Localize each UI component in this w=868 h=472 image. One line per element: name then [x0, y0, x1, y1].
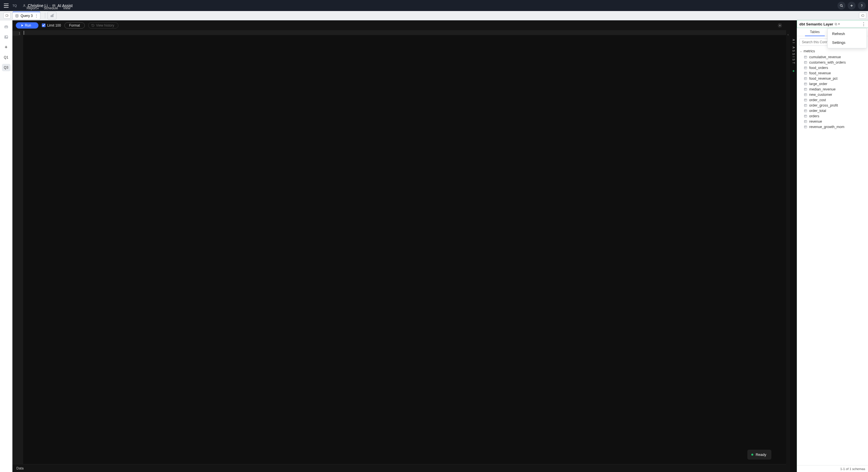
table-name: customers_with_orders [809, 60, 846, 64]
table-icon [804, 55, 807, 59]
menu-report[interactable]: Report▾ [27, 6, 39, 10]
app-header: TQ Christine Li › AI Assist Report▾ Sche… [0, 0, 868, 11]
svg-rect-25 [804, 78, 807, 80]
connection-kebab-icon[interactable]: ⋮ [862, 22, 866, 27]
rail-add-button[interactable]: + [2, 43, 10, 51]
svg-rect-12 [4, 26, 8, 28]
table-item[interactable]: order_cost [798, 97, 867, 102]
rail-image-icon[interactable] [2, 33, 10, 41]
table-name: orders [809, 114, 819, 118]
table-item[interactable]: revenue_growth_mom [798, 124, 867, 129]
svg-rect-19 [835, 23, 837, 25]
ai-assist-label: AI ASSIST [792, 39, 795, 65]
tree-group-metrics[interactable]: ⌄ metrics [798, 48, 867, 54]
table-item[interactable]: large_order [798, 81, 867, 87]
tab-label: Query 3 [21, 14, 33, 18]
table-item[interactable]: median_revenue [798, 87, 867, 92]
svg-rect-9 [52, 15, 52, 17]
play-icon [22, 24, 23, 27]
svg-point-16 [5, 36, 6, 37]
caret-down-icon[interactable]: ▾ [838, 23, 840, 25]
limit-checkbox-input[interactable] [42, 24, 45, 27]
search-button[interactable] [837, 2, 845, 10]
database-icon [15, 14, 19, 18]
svg-point-2 [53, 5, 54, 6]
new-chart-tab[interactable] [48, 11, 57, 20]
tab-query-3[interactable]: Query 3 ⋮ [12, 11, 40, 20]
table-name: food_revenue [809, 71, 831, 75]
svg-rect-23 [804, 67, 807, 69]
table-item[interactable]: food_revenue_pct [798, 76, 867, 81]
connection-name: dbt Semantic Layer [799, 22, 833, 26]
rail-q1[interactable]: Q1 [2, 54, 10, 61]
text-cursor [24, 31, 24, 35]
svg-rect-18 [836, 24, 837, 25]
editor-settings-icon[interactable] [777, 23, 783, 28]
table-item[interactable]: food_revenue [798, 70, 867, 76]
view-history-button[interactable]: View history [88, 22, 118, 29]
svg-rect-27 [804, 88, 807, 90]
ai-assist-rail[interactable]: AI ASSIST ✦ [790, 20, 797, 472]
svg-point-0 [24, 4, 25, 6]
svg-point-7 [16, 14, 18, 15]
table-item[interactable]: order_total [798, 108, 867, 113]
svg-rect-6 [6, 15, 8, 17]
code-area[interactable] [23, 31, 786, 464]
chevron-down-icon: ⌄ [800, 50, 802, 53]
limit-checkbox[interactable]: Limit 100 [42, 24, 61, 27]
table-name: order_total [809, 109, 826, 113]
menu-refresh[interactable]: Refresh [828, 29, 867, 38]
table-icon [804, 66, 807, 69]
table-item[interactable]: revenue [798, 119, 867, 124]
table-item[interactable]: order_gross_profit [798, 102, 867, 108]
svg-rect-8 [51, 16, 51, 17]
svg-rect-10 [53, 14, 53, 17]
tree-group-label: metrics [804, 49, 815, 53]
line-number-1: 1 [12, 31, 20, 36]
table-item[interactable]: orders [798, 113, 867, 119]
table-name: order_gross_profit [809, 104, 838, 108]
svg-rect-15 [4, 36, 8, 38]
help-button[interactable] [858, 2, 866, 10]
table-item[interactable]: new_customer [798, 92, 867, 97]
table-name: revenue_growth_mom [809, 125, 844, 129]
copy-icon[interactable] [834, 23, 837, 26]
footer-data-tab[interactable]: Data [17, 466, 24, 470]
user-icon [22, 4, 26, 7]
table-item[interactable]: food_orders [798, 65, 867, 70]
svg-point-3 [54, 5, 55, 6]
svg-rect-32 [804, 115, 807, 117]
sparkle-icon[interactable]: ✦ [792, 69, 795, 73]
svg-rect-24 [804, 72, 807, 74]
table-name: median_revenue [809, 87, 836, 91]
table-name: food_orders [809, 66, 828, 70]
schema-footer: 1-1 of 1 schemas [797, 465, 868, 472]
menu-view[interactable]: View [63, 6, 70, 10]
format-button[interactable]: Format [64, 22, 85, 29]
svg-rect-33 [804, 120, 807, 123]
svg-point-13 [5, 27, 6, 27]
history-label: View history [96, 24, 114, 27]
add-button[interactable] [848, 2, 856, 10]
collapse-right-icon[interactable]: ‹ [786, 20, 790, 472]
connection-menu: Refresh Settings [827, 28, 867, 48]
expand-right-icon[interactable] [859, 12, 866, 19]
tab-kebab-icon[interactable]: ⋮ [34, 13, 38, 18]
connection-header[interactable]: dbt Semantic Layer ▾ ⋮ [797, 20, 868, 28]
menu-schedule[interactable]: Schedule [44, 6, 58, 10]
table-item[interactable]: cumulative_revenue [798, 54, 867, 60]
table-name: large_order [809, 82, 827, 86]
svg-rect-28 [804, 93, 807, 96]
table-icon [804, 77, 807, 80]
expand-left-icon[interactable] [3, 12, 11, 19]
rail-ai-icon[interactable] [2, 23, 10, 31]
rail-q3[interactable]: Q3 [2, 64, 10, 71]
app-logo[interactable] [2, 2, 10, 10]
workspace-badge[interactable]: TQ [12, 4, 17, 7]
table-icon [804, 125, 807, 128]
menu-settings[interactable]: Settings [828, 38, 867, 47]
run-button[interactable]: Run [16, 22, 38, 29]
code-editor[interactable]: 1 [12, 31, 786, 464]
table-icon [804, 120, 807, 123]
table-item[interactable]: customers_with_orders [798, 60, 867, 65]
